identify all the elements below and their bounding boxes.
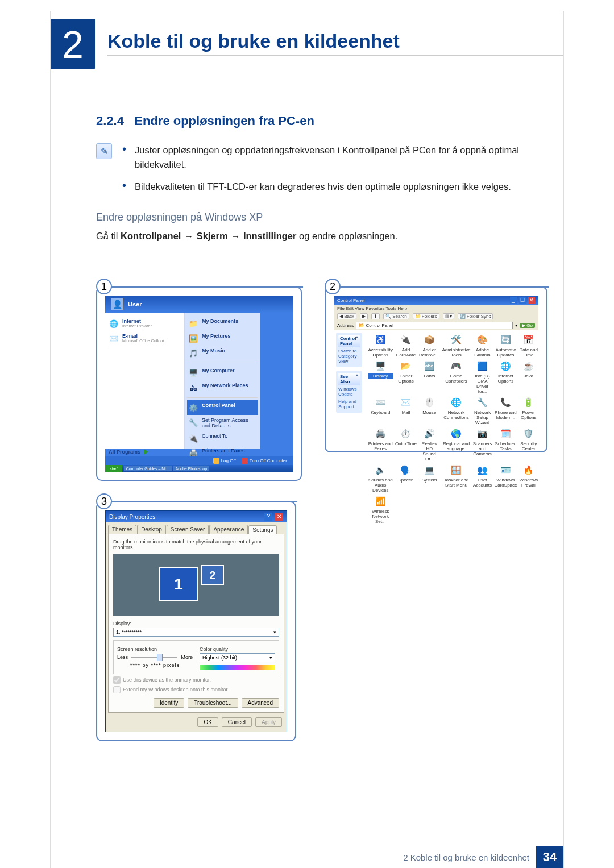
start-button[interactable]: start xyxy=(105,465,122,472)
arrow-icon: → xyxy=(230,229,240,243)
go-button[interactable]: ▶ Go xyxy=(520,323,535,328)
back-button[interactable]: ◀ Back xyxy=(337,313,356,319)
color-quality-select[interactable]: Highest (32 bit)▾ xyxy=(200,653,275,662)
cpanel-icon[interactable]: ♿Accessibility Options xyxy=(368,334,393,358)
cpanel-icon[interactable]: 🔧Network Setup Wizard xyxy=(473,396,492,425)
cpanel-icon[interactable]: 🛡️Security Center xyxy=(519,427,537,462)
minimize-button[interactable]: _ xyxy=(510,297,517,304)
app-icon: 🔊 xyxy=(423,427,435,440)
cpanel-icon[interactable]: 📦Add or Remove... xyxy=(419,334,439,358)
sm-item-internet[interactable]: 🌐 InternetInternet Explorer xyxy=(107,316,182,331)
cpanel-icon[interactable]: 🌐Internet Options xyxy=(494,360,517,394)
sm-item-control-panel[interactable]: ⚙️Control Panel xyxy=(187,400,258,415)
cpanel-icon[interactable]: 🖨️Printers and Faxes xyxy=(368,427,393,462)
monitor-1-icon[interactable]: 1 xyxy=(159,567,198,601)
tab-themes[interactable]: Themes xyxy=(108,525,136,534)
cpanel-icon[interactable]: 🔥Windows Firewall xyxy=(519,464,537,493)
cpanel-icon[interactable]: 📂Folder Options xyxy=(395,360,417,394)
cpanel-icon[interactable]: 🪟Taskbar and Start Menu xyxy=(442,464,470,493)
monitor-arrangement[interactable]: 1 2 xyxy=(113,554,279,616)
cpanel-icon[interactable]: 🔋Power Options xyxy=(519,396,537,425)
apply-button[interactable]: Apply xyxy=(255,717,282,727)
cpanel-icon[interactable]: 📷Scanners and Cameras xyxy=(473,427,492,462)
cpanel-icon[interactable]: 🟦Intel(R) GMA Driver for... xyxy=(473,360,492,394)
close-button[interactable]: ✕ xyxy=(528,297,535,304)
switch-view-link[interactable]: Switch to Category View xyxy=(338,347,360,365)
troubleshoot-button[interactable]: Troubleshoot... xyxy=(188,698,238,708)
cpanel-icon[interactable]: 🌎Regional and Language... xyxy=(442,427,470,462)
monitor-2-icon[interactable]: 2 xyxy=(201,565,224,585)
windows-update-link[interactable]: Windows Update xyxy=(338,385,360,398)
cpanel-icon[interactable]: 🌐Network Connections xyxy=(442,396,470,425)
app-icon: ✉️ xyxy=(400,396,412,409)
side-panel-header[interactable]: Control Panel˄ xyxy=(338,335,360,347)
cpanel-icon[interactable]: 👥User Accounts xyxy=(473,464,492,493)
app-icon: 🎨 xyxy=(476,334,489,346)
side-panel-header[interactable]: See Also˄ xyxy=(338,373,360,385)
up-button[interactable]: ⬆ xyxy=(371,313,380,319)
sm-item-computer[interactable]: 🖥️My Computer xyxy=(187,366,258,380)
maximize-button[interactable]: ☐ xyxy=(519,297,526,304)
cpanel-icon[interactable]: 🔄Automatic Updates xyxy=(494,334,517,358)
ok-button[interactable]: OK xyxy=(197,717,218,727)
shutdown-button[interactable]: Turn Off Computer xyxy=(242,458,287,464)
cpanel-icon[interactable]: 🔊Realtek HD Sound Eff... xyxy=(419,427,439,462)
app-icon: ⏱️ xyxy=(400,427,412,440)
cpanel-icon[interactable]: 🎮Game Controllers xyxy=(442,360,470,394)
app-icon: 📅 xyxy=(522,334,535,346)
extend-desktop-checkbox: Extend my Windows desktop onto this moni… xyxy=(113,686,279,693)
sm-item-email[interactable]: ✉️ E-mailMicrosoft Office Outlook xyxy=(107,331,182,346)
cpanel-icon[interactable]: 🗣️Speech xyxy=(395,464,417,493)
folder-sync-button[interactable]: 🔄 Folder Sync xyxy=(458,313,493,319)
app-icon: 📦 xyxy=(423,334,435,346)
folders-button[interactable]: 📁 Folders xyxy=(413,313,439,319)
cpanel-icon[interactable]: 🔌Add Hardware xyxy=(395,334,417,358)
cancel-button[interactable]: Cancel xyxy=(222,717,252,727)
cpanel-icon[interactable]: 🔤Fonts xyxy=(419,360,439,394)
cpanel-icon[interactable]: ☕Java xyxy=(519,360,537,394)
cpanel-icon[interactable]: 🗓️Scheduled Tasks xyxy=(494,427,517,462)
sm-item-pics[interactable]: 🖼️My Pictures xyxy=(187,331,258,346)
advanced-button[interactable]: Advanced xyxy=(242,698,279,708)
forward-button[interactable]: ▶ xyxy=(360,313,368,319)
cpanel-icon[interactable]: 📅Date and Time xyxy=(519,334,537,358)
sm-item-docs[interactable]: 📁My Documents xyxy=(187,316,258,331)
section-title: Endre oppløsningen fra PC-en xyxy=(134,114,314,128)
display-select[interactable]: 1. **********▾ xyxy=(113,628,279,637)
taskbar-item[interactable]: Adobe Photoshop xyxy=(173,466,210,471)
views-button[interactable]: ▥▾ xyxy=(443,313,454,319)
sm-item-connect[interactable]: 🔌Connect To xyxy=(187,431,258,446)
app-icon: 🔥 xyxy=(522,464,535,476)
cpanel-icon[interactable]: 🎨Adobe Gamma xyxy=(473,334,492,358)
help-button[interactable]: ? xyxy=(264,513,272,521)
cpanel-icon[interactable]: 📞Phone and Modem... xyxy=(494,396,517,425)
identify-button[interactable]: Identify xyxy=(154,698,184,708)
cpanel-icon[interactable]: 💻System xyxy=(419,464,439,493)
sm-item-music[interactable]: 🎵My Music xyxy=(187,346,258,360)
cpanel-icon[interactable]: ✉️Mail xyxy=(395,396,417,425)
menu-bar[interactable]: File Edit View Favorites Tools Help xyxy=(334,305,538,312)
cpanel-icon[interactable]: 🖱️Mouse xyxy=(419,396,439,425)
cpanel-icon[interactable]: 🔈Sounds and Audio Devices xyxy=(368,464,393,493)
cpanel-icon[interactable]: ⏱️QuickTime xyxy=(395,427,417,462)
tab-screensaver[interactable]: Screen Saver xyxy=(167,525,209,534)
address-field[interactable]: 📂 Control Panel xyxy=(356,322,513,329)
close-button[interactable]: ✕ xyxy=(275,513,283,521)
tab-settings[interactable]: Settings xyxy=(248,525,277,534)
cpanel-icon[interactable]: 📶Wireless Network Set... xyxy=(368,495,393,524)
tab-appearance[interactable]: Appearance xyxy=(209,525,248,534)
resolution-slider[interactable]: Less More xyxy=(117,654,193,660)
tab-desktop[interactable]: Desktop xyxy=(137,525,166,534)
app-icon: 🔈 xyxy=(374,464,387,476)
search-button[interactable]: 🔍 Search xyxy=(383,313,409,319)
logoff-button[interactable]: Log Off xyxy=(213,458,236,464)
sm-item-program-access[interactable]: 🔧Set Program Access and Defaults xyxy=(187,415,258,431)
cpanel-icon[interactable]: ⌨️Keyboard xyxy=(368,396,393,425)
help-support-link[interactable]: Help and Support xyxy=(338,398,360,410)
sm-item-network[interactable]: 🖧My Network Places xyxy=(187,380,258,395)
cpanel-icon[interactable]: 🛠️Administrative Tools xyxy=(442,334,470,358)
cpanel-icon[interactable]: 🖥️Display xyxy=(368,360,393,394)
taskbar-item[interactable]: Computer Guides – Mi... xyxy=(124,466,172,471)
all-programs[interactable]: All Programs xyxy=(109,449,148,455)
cpanel-icon[interactable]: 🪪Windows CardSpace xyxy=(494,464,517,493)
